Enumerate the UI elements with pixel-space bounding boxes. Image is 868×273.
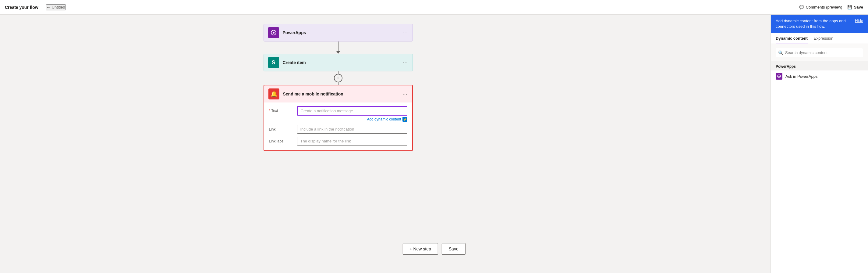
arrow-head-1 <box>336 51 340 54</box>
top-bar: Create your flow ← Untitled 💬 Comments (… <box>0 0 868 15</box>
bottom-save-button[interactable]: Save <box>442 243 466 255</box>
add-step-button[interactable]: + <box>334 74 342 82</box>
dynamic-search-wrap: 🔍 <box>771 44 868 61</box>
dynamic-panel-title: Add dynamic content from the apps and co… <box>776 18 852 29</box>
dynamic-search-input[interactable] <box>776 48 863 57</box>
dynamic-tabs: Dynamic content Expression <box>771 33 868 44</box>
new-step-button[interactable]: + New step <box>402 243 438 255</box>
tab-dynamic-content[interactable]: Dynamic content <box>776 33 808 44</box>
tab-expression[interactable]: Expression <box>814 33 833 44</box>
link-field-label: Link <box>269 125 293 132</box>
notification-body: * Text Add dynamic content ⚡ Link <box>264 103 412 151</box>
link-label-field-wrap <box>297 137 407 145</box>
flow-container: PowerApps ⋯ S Create item ⋯ + 🔔 <box>264 24 413 151</box>
breadcrumb-label: Untitled <box>52 5 65 9</box>
create-item-icon: S <box>268 57 279 68</box>
comments-button[interactable]: 💬 Comments (preview) <box>799 5 842 9</box>
back-arrow-icon: ← <box>46 5 51 10</box>
bottom-save-label: Save <box>449 246 459 251</box>
search-input-wrap: 🔍 <box>776 48 863 57</box>
link-field-input[interactable] <box>297 125 407 134</box>
dynamic-panel: Add dynamic content from the apps and co… <box>771 15 868 273</box>
notification-header: 🔔 Send me a mobile notification ⋯ <box>264 85 412 103</box>
add-dynamic-icon: ⚡ <box>402 117 407 122</box>
dynamic-item-ask-in-powerapps[interactable]: Ask in PowerApps <box>771 71 868 82</box>
svg-point-1 <box>273 32 275 33</box>
save-icon: 💾 <box>847 5 852 9</box>
comment-icon: 💬 <box>799 5 804 9</box>
ask-powerapps-icon <box>776 73 782 80</box>
link-label-field-input[interactable] <box>297 137 407 145</box>
link-label-field-row: Link label <box>269 137 407 145</box>
step-create-item[interactable]: S Create item ⋯ <box>264 54 413 72</box>
text-field-wrap: Add dynamic content ⚡ <box>297 106 407 122</box>
create-item-more-button[interactable]: ⋯ <box>403 60 408 65</box>
powerapps-more-button[interactable]: ⋯ <box>403 30 408 36</box>
notification-title: Send me a mobile notification <box>283 91 399 97</box>
step-powerapps[interactable]: PowerApps ⋯ <box>264 24 413 42</box>
text-field-label: * Text <box>269 106 293 113</box>
top-bar-right: 💬 Comments (preview) 💾 Save <box>799 5 863 9</box>
create-item-title: Create item <box>283 60 399 65</box>
ask-powerapps-label: Ask in PowerApps <box>785 74 818 79</box>
search-icon: 🔍 <box>778 50 783 55</box>
comments-label: Comments (preview) <box>806 5 842 9</box>
add-dynamic-label: Add dynamic content <box>367 117 401 121</box>
text-field-input[interactable] <box>297 106 407 116</box>
flow-canvas: PowerApps ⋯ S Create item ⋯ + 🔔 <box>0 15 868 273</box>
powerapps-icon <box>268 27 279 38</box>
back-button[interactable]: ← Untitled <box>46 4 66 10</box>
new-step-label: + New step <box>409 246 431 251</box>
add-dynamic-link[interactable]: Add dynamic content ⚡ <box>297 117 407 122</box>
powerapps-title: PowerApps <box>283 30 399 35</box>
link-field-row: Link <box>269 125 407 134</box>
save-label: Save <box>854 5 863 9</box>
top-bar-left: Create your flow ← Untitled <box>5 4 66 10</box>
bottom-buttons: + New step Save <box>402 243 465 255</box>
arrow-line-1 <box>338 42 339 51</box>
text-field-row: * Text Add dynamic content ⚡ <box>269 106 407 122</box>
plus-connector: + <box>334 72 342 85</box>
link-label-field-label: Link label <box>269 137 293 143</box>
hide-panel-button[interactable]: Hide <box>855 18 863 23</box>
plus-line-top <box>338 72 339 74</box>
page-title: Create your flow <box>5 5 38 10</box>
dynamic-panel-header: Add dynamic content from the apps and co… <box>771 15 868 33</box>
notification-icon: 🔔 <box>269 88 279 100</box>
dynamic-section-powerapps: PowerApps <box>771 61 868 71</box>
notification-more-button[interactable]: ⋯ <box>402 91 408 97</box>
svg-point-3 <box>778 76 780 77</box>
link-field-wrap <box>297 125 407 134</box>
connector-1 <box>336 42 340 54</box>
step-notification[interactable]: 🔔 Send me a mobile notification ⋯ * Text… <box>264 85 413 151</box>
save-button[interactable]: 💾 Save <box>847 5 863 9</box>
plus-line-bottom <box>338 82 339 85</box>
